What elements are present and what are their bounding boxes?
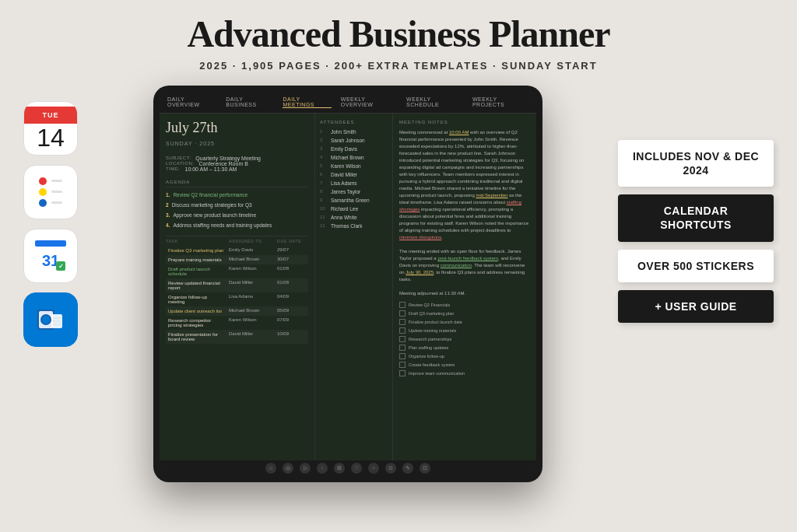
checklist: Review Q2 Financials Draft Q3 marketing … bbox=[399, 302, 530, 376]
bottom-icon-3[interactable]: ▷ bbox=[300, 463, 311, 474]
main-title: Advanced Business Planner bbox=[0, 14, 797, 55]
agenda-item-2: 2 Discuss marketing strategies for Q3 bbox=[166, 202, 308, 208]
task-due-2: 30/07 bbox=[277, 257, 308, 263]
check-label-5: Research partnerships bbox=[409, 337, 451, 341]
check-label-8: Create feedback system bbox=[409, 362, 455, 367]
check-item-9: Improve team communication bbox=[399, 370, 530, 376]
agenda-num-2: 2 bbox=[166, 202, 169, 208]
tablet-notes-panel: MEETING NOTES Meeting commenced at 10:00… bbox=[393, 114, 536, 460]
bottom-icon-8[interactable]: ⊙ bbox=[385, 463, 396, 474]
tablet-nav-bar: DAILY OVERVIEW DAILY BUSINESS DAILY MEET… bbox=[160, 92, 536, 114]
bottom-icon-10[interactable]: ⊡ bbox=[420, 463, 430, 474]
attendee-8: 8 James Taylor bbox=[320, 189, 388, 194]
bottom-icon-1[interactable]: ⌂ bbox=[265, 463, 276, 474]
check-item-6: Plan staffing updates bbox=[399, 345, 530, 351]
task-due-3: 01/08 bbox=[277, 266, 308, 277]
google-calendar-app-icon[interactable]: 31 ✓ bbox=[23, 229, 78, 283]
attendee-num-8: 8 bbox=[320, 189, 328, 194]
attendee-num-5: 5 bbox=[320, 163, 328, 168]
left-icons-column: TUE 14 31 ✓ bbox=[23, 86, 78, 347]
bottom-icon-9[interactable]: ✎ bbox=[402, 463, 413, 474]
nav-weekly-overview[interactable]: WEEKLY OVERVIEW bbox=[341, 96, 397, 107]
checkbox-8[interactable] bbox=[399, 362, 406, 368]
task-row-6: Update client outreach list Michael Brow… bbox=[166, 306, 308, 316]
bottom-icon-7[interactable]: + bbox=[368, 463, 379, 474]
nav-daily-overview[interactable]: DAILY OVERVIEW bbox=[167, 96, 216, 107]
agenda-item-4: 4. Address staffing needs and training u… bbox=[166, 222, 308, 228]
check-item-1: Review Q2 Financials bbox=[399, 302, 530, 308]
agenda-item-1: 1. Review Q2 financial performance bbox=[166, 192, 308, 198]
task-due-6: 05/09 bbox=[277, 308, 308, 314]
attendee-7: 7 Lisa Adams bbox=[320, 180, 388, 186]
checkbox-1[interactable] bbox=[399, 302, 406, 308]
checkbox-5[interactable] bbox=[399, 336, 406, 342]
outlook-app-icon[interactable] bbox=[23, 292, 78, 347]
attendee-10: 10 Richard Lee bbox=[320, 206, 388, 212]
nav-daily-meetings[interactable]: DAILY MEETINGS bbox=[283, 96, 331, 108]
time-row: TIME: 10:00 AM – 11:30 AM bbox=[166, 166, 308, 172]
attendee-name-4: Michael Brown bbox=[331, 155, 364, 160]
outlook-icon-svg bbox=[31, 300, 70, 339]
bottom-icon-5[interactable]: ⊞ bbox=[334, 463, 345, 474]
checkbox-2[interactable] bbox=[399, 310, 406, 317]
reminder-line-3 bbox=[51, 201, 62, 204]
blue-dot-icon bbox=[39, 199, 47, 207]
calendar-date-number: 14 bbox=[37, 125, 65, 150]
date-highlight: mid-September bbox=[476, 193, 507, 198]
attendee-num-9: 9 bbox=[320, 198, 328, 202]
attendee-9: 9 Samantha Green bbox=[320, 198, 388, 203]
agenda-text-1: Review Q2 financial performance bbox=[173, 192, 248, 198]
bottom-icon-4[interactable]: ↑ bbox=[317, 463, 328, 474]
attendee-name-11: Anna White bbox=[331, 215, 357, 220]
checkbox-7[interactable] bbox=[399, 353, 406, 359]
attendee-name-1: John Smith bbox=[331, 129, 356, 135]
feedback-highlight: post-launch feedback system bbox=[437, 256, 498, 261]
tablet-container: DAILY OVERVIEW DAILY BUSINESS DAILY MEET… bbox=[93, 86, 602, 482]
subject-row: SUBJECT: Quarterly Strategy Meeting bbox=[166, 156, 308, 161]
nav-daily-business[interactable]: DAILY BUSINESS bbox=[226, 96, 273, 107]
reminder-line-1 bbox=[51, 180, 62, 182]
attendee-num-4: 4 bbox=[320, 155, 328, 159]
svg-text:✓: ✓ bbox=[58, 263, 64, 270]
checkbox-9[interactable] bbox=[399, 370, 406, 376]
attendee-num-6: 6 bbox=[320, 172, 328, 177]
red-dot-icon bbox=[39, 177, 47, 185]
task-col-due: DUE DATE bbox=[277, 239, 308, 243]
attendee-num-7: 7 bbox=[320, 180, 328, 185]
task-table: TASK ASSIGNED TO DUE DATE Finalize Q3 ma… bbox=[166, 236, 308, 344]
nav-weekly-projects[interactable]: WEEKLY PROJECTS bbox=[472, 96, 528, 107]
task-due-4: 01/08 bbox=[277, 280, 308, 291]
attendee-name-6: David Miller bbox=[331, 172, 357, 177]
time-label: TIME: bbox=[166, 166, 181, 171]
agenda-text-3: Approve new product launch timeline bbox=[173, 212, 256, 218]
bottom-icon-6[interactable]: ♡ bbox=[351, 463, 362, 474]
check-item-3: Finalize product launch date bbox=[399, 319, 530, 325]
agenda-section-title: AGENDA bbox=[166, 180, 308, 187]
task-assigned-8: David Miller bbox=[229, 331, 276, 342]
task-row-2: Prepare training materials Michael Brown… bbox=[166, 255, 308, 264]
reminders-app-icon[interactable] bbox=[23, 165, 78, 219]
attendee-1: 1 John Smith bbox=[320, 129, 388, 135]
nav-weekly-schedule[interactable]: WEEKLY SCHEDULE bbox=[406, 96, 463, 107]
agenda-num-3: 3. bbox=[166, 212, 170, 218]
reminder-row-3 bbox=[39, 200, 62, 206]
right-badges-column: INCLUDES NOV & DEC 2024 CALENDAR SHORTCU… bbox=[618, 86, 774, 323]
meeting-date: July 27th bbox=[166, 120, 308, 136]
calendar-day-label: TUE bbox=[24, 107, 77, 124]
subject-label: SUBJECT: bbox=[166, 156, 191, 160]
notes-label: MEETING NOTES bbox=[399, 120, 530, 124]
attendee-3: 3 Emily Davis bbox=[320, 146, 388, 152]
notes-content: Meeting commenced at 10:00 AM with an ov… bbox=[399, 129, 530, 297]
location-row: LOCATION: Conference Room B bbox=[166, 161, 308, 166]
checkbox-4[interactable] bbox=[399, 327, 406, 334]
content-area: TUE 14 31 ✓ bbox=[0, 78, 797, 482]
badge-stickers: OVER 500 STICKERS bbox=[618, 250, 774, 282]
checkbox-3[interactable] bbox=[399, 319, 406, 325]
calendar-app-icon[interactable]: TUE 14 bbox=[23, 101, 78, 156]
bottom-icon-2[interactable]: ◎ bbox=[283, 463, 293, 474]
attendee-name-12: Thomas Clark bbox=[331, 223, 362, 229]
checkbox-6[interactable] bbox=[399, 345, 406, 351]
badge-nov-dec: INCLUDES NOV & DEC 2024 bbox=[618, 140, 774, 187]
attendee-4: 4 Michael Brown bbox=[320, 155, 388, 160]
check-label-9: Improve team communication bbox=[409, 371, 465, 376]
